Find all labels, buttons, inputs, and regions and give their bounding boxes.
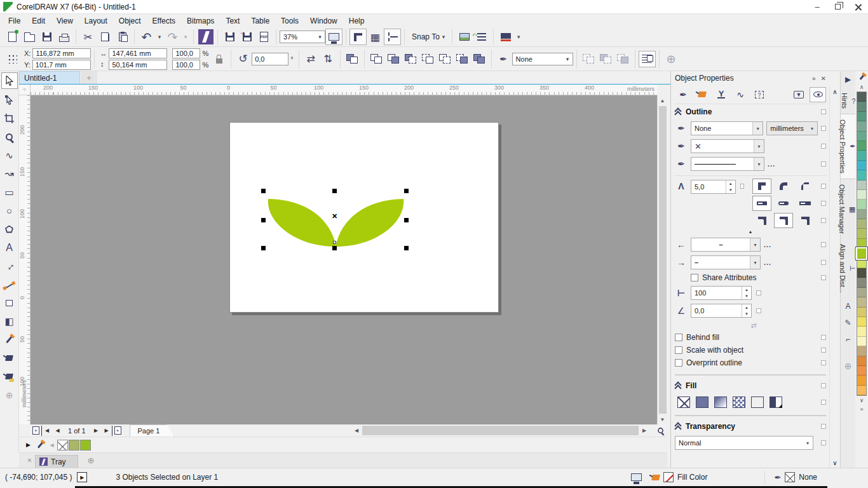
open-button[interactable] (21, 29, 38, 45)
row-checkbox[interactable] (821, 144, 826, 149)
summary-tab[interactable]: ? (751, 87, 768, 102)
palette-scroll-left[interactable]: ◀ (46, 440, 57, 450)
horizontal-scroll-thumb[interactable] (362, 426, 639, 435)
horizontal-scrollbar[interactable]: ◀ ▶ (351, 424, 649, 437)
redo-dropdown[interactable]: ▾ (181, 29, 190, 45)
row-checkbox[interactable] (740, 184, 744, 189)
y-position-field[interactable]: 101,7 mm (32, 60, 91, 70)
scroll-up-arrow[interactable]: ▲ (658, 95, 668, 105)
color-eyedropper-tool[interactable] (1, 330, 18, 349)
restore-button[interactable] (827, 0, 848, 13)
uniform-fill-button[interactable] (696, 396, 709, 408)
add-page-before-button[interactable]: + (31, 426, 41, 436)
doc-palette-color-swatch[interactable] (80, 440, 91, 451)
copy-button[interactable] (97, 29, 114, 45)
crop-tool[interactable] (1, 109, 18, 128)
docker-close-button[interactable]: ✕ (821, 75, 826, 82)
share-attributes-checkbox[interactable] (691, 274, 698, 281)
chevron-down-icon[interactable]: ▾ (315, 34, 325, 40)
row-checkbox[interactable] (821, 260, 826, 265)
arrowhead-rotation-spinner[interactable]: 0,0▲▼ (691, 304, 752, 318)
guidelines-docker-icon[interactable]: ⌐ (841, 331, 856, 348)
outline-centered-button[interactable] (774, 213, 793, 228)
menu-item[interactable]: Bitmaps (181, 15, 220, 27)
docker-tab-hints[interactable]: ?Hints (841, 88, 856, 114)
launcher-button[interactable] (497, 29, 514, 45)
palette-color-swatch[interactable] (857, 356, 866, 366)
chevron-down-icon[interactable]: ▾ (563, 56, 573, 62)
row-checkbox[interactable] (756, 290, 761, 295)
new-document-tab-button[interactable]: + (81, 71, 97, 84)
palette-color-swatch[interactable] (857, 102, 866, 111)
selection-handle-w[interactable] (261, 218, 266, 222)
publish-pdf-button[interactable]: PDF (255, 29, 273, 45)
palette-color-swatch[interactable] (857, 112, 866, 121)
first-page-button[interactable]: ◀ (41, 426, 52, 436)
collapse-section-icon[interactable] (675, 423, 681, 430)
fill-section-checkbox[interactable] (821, 383, 826, 388)
right-leaf-shape[interactable] (336, 199, 403, 247)
x-position-field[interactable]: 116,872 mm (32, 48, 91, 58)
menu-item[interactable]: Tools (275, 15, 304, 27)
palette-color-swatch[interactable] (857, 161, 866, 170)
show-hide-bounding-box-button[interactable] (580, 51, 597, 67)
collapse-section-icon[interactable] (675, 383, 681, 389)
page-tab[interactable]: Page 1 (130, 424, 175, 437)
options-button[interactable] (456, 29, 473, 45)
curve-tab[interactable]: ∿ (732, 87, 749, 102)
selection-handle-nw[interactable] (261, 189, 266, 193)
palette-color-swatch[interactable] (857, 239, 866, 248)
scroll-mode-button[interactable]: ▼ (790, 87, 807, 102)
menu-item[interactable]: Window (304, 15, 343, 27)
vertical-scrollbar[interactable]: ▲ ▼ (657, 95, 667, 424)
row-checkbox[interactable] (821, 335, 826, 340)
spin-up-icon[interactable]: ▲ (726, 180, 735, 187)
scale-with-object-checkbox[interactable] (675, 346, 682, 354)
grid-toggle[interactable]: ▦ (367, 29, 384, 45)
freehand-tool[interactable]: ∿ (1, 146, 18, 165)
add-tool-button[interactable]: ⊕ (1, 386, 18, 404)
texture-fill-button[interactable] (751, 396, 764, 408)
overprint-outline-checkbox[interactable] (675, 359, 682, 367)
outline-units-combo[interactable]: millimeters▾ (766, 121, 818, 135)
spin-down-icon[interactable]: ▼ (726, 187, 735, 193)
smart-fill-tool[interactable] (1, 367, 18, 386)
menu-item[interactable]: Text (220, 15, 245, 27)
rectangle-tool[interactable]: ▭ (1, 183, 18, 201)
zoom-level-combo[interactable]: 37%▾ (280, 30, 325, 43)
docker-collapse-button[interactable]: » (812, 75, 816, 82)
corner-row-checkbox[interactable] (821, 184, 826, 189)
palette-color-swatch[interactable] (857, 366, 866, 376)
ellipse-tool[interactable]: ○ (1, 201, 18, 220)
front-minus-back-button[interactable] (437, 51, 454, 67)
weld-button[interactable] (368, 51, 385, 67)
selection-handle-s[interactable] (332, 246, 337, 250)
docker-scroll-up[interactable]: ∧ (830, 86, 840, 97)
outline-color-swatch[interactable] (785, 472, 795, 482)
outline-style-combo[interactable]: ▾ (691, 157, 764, 171)
palette-color-swatch[interactable] (857, 248, 866, 258)
spin-down-icon[interactable]: ▼ (742, 311, 751, 317)
palette-color-swatch[interactable] (857, 229, 866, 238)
outline-inside-button[interactable] (796, 213, 815, 228)
square-cap-button[interactable] (752, 196, 771, 211)
row-checkbox[interactable] (821, 348, 826, 353)
palette-color-swatch[interactable] (857, 278, 866, 287)
palette-eyedropper-button[interactable] (34, 437, 46, 453)
row-checkbox[interactable] (821, 275, 826, 280)
palette-color-swatch[interactable] (857, 308, 866, 317)
menu-item[interactable]: View (51, 15, 79, 27)
scroll-right-arrow[interactable]: ▶ (639, 426, 649, 436)
object-width-field[interactable]: 147,461 mm (109, 48, 167, 58)
menu-item[interactable]: Help (343, 15, 370, 27)
wrap-text-button[interactable] (639, 51, 656, 67)
artistic-media-tool[interactable]: ↝ (1, 165, 18, 183)
transparency-section-header[interactable]: Transparency (675, 419, 826, 434)
miter-limit-spinner[interactable]: 5,0▲▼ (691, 180, 736, 194)
paste-button[interactable] (114, 29, 131, 45)
transparency-tool[interactable]: ◧ (1, 312, 18, 330)
start-arrowhead-combo[interactable]: –▾ (691, 238, 761, 252)
fit-to-window-button[interactable] (325, 29, 342, 45)
cap-row-checkbox[interactable] (821, 201, 826, 206)
collapse-arrows-button[interactable]: ▲ (675, 228, 826, 236)
